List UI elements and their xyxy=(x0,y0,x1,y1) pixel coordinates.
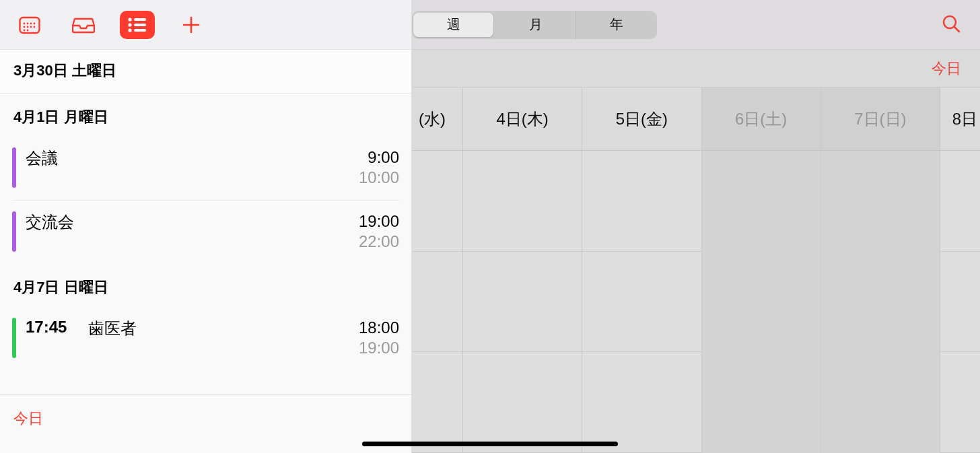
svg-point-5 xyxy=(24,26,26,28)
event-end: 22:00 xyxy=(359,232,399,252)
svg-point-1 xyxy=(24,22,26,24)
svg-point-3 xyxy=(30,22,32,24)
plus-icon xyxy=(182,15,201,34)
inbox-button[interactable] xyxy=(66,11,101,39)
event-list-sidebar: 3月30日 土曜日 4月1日 月曜日 会議 9:00 10:00 交流会 1 xyxy=(0,0,412,453)
event-alert-time: 17:45 xyxy=(26,318,67,337)
svg-point-10 xyxy=(27,29,29,31)
event-color-bar xyxy=(12,318,16,358)
day-header[interactable]: 4日(木) xyxy=(462,88,582,150)
svg-rect-12 xyxy=(134,18,146,21)
event-main: 17:45 歯医者 xyxy=(26,318,359,358)
svg-point-6 xyxy=(27,26,29,28)
event-main: 会議 xyxy=(26,147,359,188)
list-icon xyxy=(127,17,147,33)
week-view: 週 月 年 今日 (水) 4日(木) 5日(金) 6日(土) 7日(日) 8日 xyxy=(412,0,980,453)
search-button[interactable] xyxy=(941,13,961,36)
svg-rect-0 xyxy=(20,18,40,33)
event-start: 19:00 xyxy=(359,211,399,232)
day-header[interactable]: 5日(金) xyxy=(582,88,701,150)
event-times: 18:00 19:00 xyxy=(359,318,399,358)
event-title: 交流会 xyxy=(26,211,74,233)
date-header[interactable]: 4月7日 日曜日 xyxy=(0,264,411,307)
event-item[interactable]: 会議 9:00 10:00 xyxy=(12,137,399,201)
svg-point-4 xyxy=(34,22,36,24)
segment-year[interactable]: 年 xyxy=(576,11,657,39)
add-event-button[interactable] xyxy=(174,11,209,39)
svg-point-13 xyxy=(128,23,131,26)
day-header[interactable]: 6日(土) xyxy=(701,88,820,150)
segment-month[interactable]: 月 xyxy=(495,11,576,39)
view-segmented-control: 週 月 年 xyxy=(412,11,657,39)
today-button[interactable]: 今日 xyxy=(13,410,43,427)
calendar-view-button[interactable] xyxy=(12,11,47,39)
events-group: 会議 9:00 10:00 交流会 19:00 22:00 xyxy=(0,137,411,264)
list-view-button[interactable] xyxy=(120,11,155,39)
home-indicator[interactable] xyxy=(362,442,618,446)
calendar-icon xyxy=(19,15,40,34)
event-end: 19:00 xyxy=(359,338,399,358)
day-header[interactable]: 7日(日) xyxy=(820,88,940,150)
sidebar-toolbar xyxy=(0,0,411,50)
event-color-bar xyxy=(12,147,16,188)
inbox-icon xyxy=(72,16,95,34)
event-title: 会議 xyxy=(26,147,58,169)
svg-point-7 xyxy=(30,26,32,28)
event-times: 19:00 22:00 xyxy=(359,211,399,252)
day-header[interactable]: 8日 xyxy=(940,88,980,150)
svg-point-15 xyxy=(128,28,131,32)
events-group: 17:45 歯医者 18:00 19:00 xyxy=(0,307,411,370)
svg-point-9 xyxy=(24,29,26,31)
svg-point-11 xyxy=(128,18,131,21)
svg-rect-14 xyxy=(134,24,146,26)
sidebar-footer: 今日 xyxy=(0,394,411,453)
svg-rect-16 xyxy=(134,29,146,32)
date-header[interactable]: 3月30日 土曜日 xyxy=(0,50,411,94)
event-main: 交流会 xyxy=(26,211,359,252)
event-item[interactable]: 17:45 歯医者 18:00 19:00 xyxy=(12,307,399,370)
search-icon xyxy=(941,13,961,34)
week-grid[interactable] xyxy=(412,151,980,453)
event-start: 9:00 xyxy=(359,147,399,168)
event-end: 10:00 xyxy=(359,168,399,188)
today-button-right[interactable]: 今日 xyxy=(932,59,961,79)
event-list[interactable]: 3月30日 土曜日 4月1日 月曜日 会議 9:00 10:00 交流会 1 xyxy=(0,50,411,394)
right-subheader: 今日 xyxy=(412,50,980,88)
date-header[interactable]: 4月1日 月曜日 xyxy=(0,94,411,137)
event-color-bar xyxy=(12,211,16,252)
event-times: 9:00 10:00 xyxy=(359,147,399,188)
day-header[interactable]: (水) xyxy=(412,88,462,150)
day-headers: (水) 4日(木) 5日(金) 6日(土) 7日(日) 8日 xyxy=(412,88,980,151)
svg-point-8 xyxy=(34,26,36,28)
svg-point-2 xyxy=(27,22,29,24)
grid-cols xyxy=(412,151,980,453)
segment-week[interactable]: 週 xyxy=(413,13,494,37)
right-toolbar: 週 月 年 xyxy=(412,0,980,50)
event-item[interactable]: 交流会 19:00 22:00 xyxy=(12,201,399,264)
event-start: 18:00 xyxy=(359,318,399,338)
event-title: 歯医者 xyxy=(88,318,137,339)
